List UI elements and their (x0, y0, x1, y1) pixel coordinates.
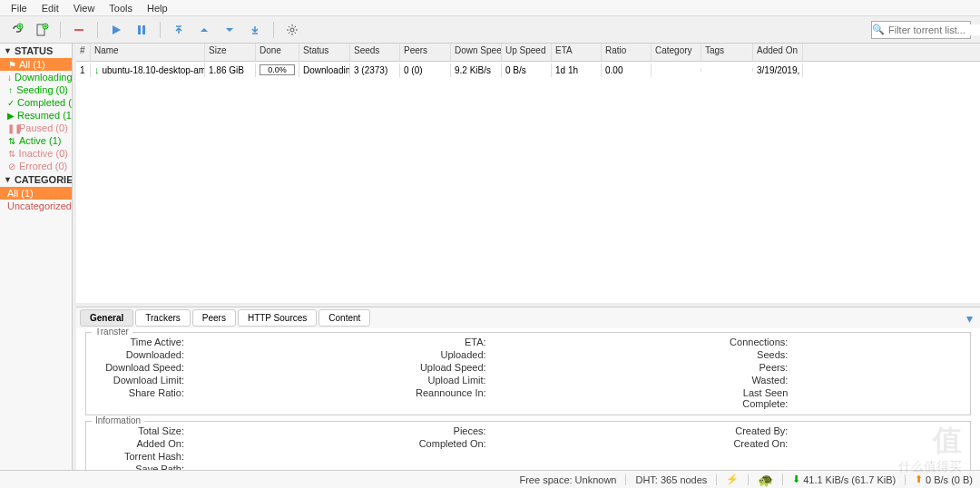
add-link-icon[interactable] (5, 19, 27, 41)
toolbar: 🔍 (0, 16, 980, 44)
status-label: Completed (0) (17, 97, 73, 108)
lbl-completed-on: Completed On: (396, 438, 486, 449)
delete-icon[interactable] (68, 19, 90, 41)
col-eta: ETA (552, 44, 602, 61)
category-label: Uncategorized (1) (7, 200, 73, 211)
col-ratio: Ratio (602, 44, 652, 61)
tab-http-sources[interactable]: HTTP Sources (238, 309, 317, 327)
lbl-added-on: Added On: (93, 438, 184, 449)
move-up-icon[interactable] (193, 19, 215, 41)
transfer-fieldset: Transfer Time Active: ETA: Connections: … (85, 332, 971, 415)
alt-speed-icon[interactable]: 🐢 (758, 473, 773, 487)
status-down-speed[interactable]: 41.1 KiB/s (61.7 KiB) (803, 474, 896, 485)
sidebar-status-4[interactable]: ▶Resumed (1) (0, 109, 72, 122)
sidebar-status-5[interactable]: ❚❚Paused (0) (0, 122, 72, 134)
lbl-dl-speed: Download Speed: (93, 362, 184, 373)
lbl-total-size: Total Size: (93, 425, 184, 436)
resume-icon[interactable] (105, 19, 127, 41)
col-peers: Peers (400, 44, 451, 61)
sidebar-category-1[interactable]: Uncategorized (1) (0, 200, 72, 212)
settings-icon[interactable] (281, 19, 303, 41)
col-size: Size (205, 44, 256, 61)
lbl-downloaded: Downloaded: (93, 349, 184, 360)
statusbar: Free space: Unknown DHT: 365 nodes ⚡ 🐢 ⬇… (0, 470, 980, 488)
status-up-speed[interactable]: 0 B/s (0 B) (926, 474, 973, 485)
tab-content[interactable]: Content (318, 309, 370, 327)
lbl-connections: Connections: (697, 337, 788, 347)
sidebar-status-1[interactable]: ↓Downloading (1) (0, 71, 72, 83)
lbl-seeds: Seeds: (697, 349, 788, 360)
torrent-grid-header[interactable]: # Name Size Done Status Seeds Peers Down… (76, 44, 980, 62)
menubar: File Edit View Tools Help (0, 0, 980, 16)
sidebar-status-7[interactable]: ⇅Inactive (0) (0, 147, 72, 160)
sidebar-status-0[interactable]: ⚑All (1) (0, 58, 72, 71)
lbl-ul-limit: Upload Limit: (396, 375, 486, 386)
menu-tools[interactable]: Tools (102, 3, 140, 14)
menu-edit[interactable]: Edit (34, 3, 66, 14)
col-tags: Tags (701, 44, 753, 61)
torrent-grid-body[interactable]: 1↓ubuntu-18.10-desktop-amd64.iso1.86 GiB… (76, 62, 980, 303)
status-icon: ⚑ (7, 60, 16, 70)
details-panel: General Trackers Peers HTTP Sources Cont… (76, 307, 980, 470)
tab-general[interactable]: General (80, 309, 133, 327)
status-icon: ↑ (7, 85, 14, 95)
sidebar-status-2[interactable]: ↑Seeding (0) (0, 83, 72, 96)
col-added: Added On (753, 44, 803, 61)
status-dht: DHT: 365 nodes (635, 474, 707, 485)
move-bottom-icon[interactable] (244, 19, 266, 41)
search-box[interactable]: 🔍 (871, 21, 971, 39)
status-icon: ⇅ (7, 149, 16, 159)
status-header[interactable]: ▼STATUS (0, 44, 72, 58)
status-label: Active (1) (19, 135, 61, 146)
move-top-icon[interactable] (168, 19, 190, 41)
status-icon: ⇅ (7, 136, 16, 146)
svg-rect-3 (74, 29, 83, 31)
col-num: # (76, 44, 91, 61)
torrent-row[interactable]: 1↓ubuntu-18.10-desktop-amd64.iso1.86 GiB… (76, 62, 980, 78)
lbl-created-by: Created By: (697, 425, 788, 436)
menu-help[interactable]: Help (140, 3, 175, 14)
menu-view[interactable]: View (66, 3, 103, 14)
move-down-icon[interactable] (219, 19, 240, 41)
lbl-torrent-hash: Torrent Hash: (93, 451, 184, 462)
pause-icon[interactable] (131, 19, 152, 41)
status-label: Inactive (0) (19, 148, 68, 159)
sidebar: ▼STATUS ⚑All (1)↓Downloading (1)↑Seeding… (0, 44, 73, 470)
lbl-share-ratio: Share Ratio: (93, 387, 184, 409)
svg-point-6 (290, 28, 294, 32)
lbl-ul-speed: Upload Speed: (396, 362, 486, 373)
status-icon: ✓ (7, 98, 15, 108)
tab-peers[interactable]: Peers (192, 309, 236, 327)
sidebar-status-3[interactable]: ✓Completed (0) (0, 96, 72, 109)
lbl-peers: Peers: (697, 362, 788, 373)
col-seeds: Seeds (350, 44, 400, 61)
connection-status-icon[interactable]: ⚡ (726, 473, 739, 485)
lbl-pieces: Pieces: (396, 425, 486, 436)
status-label: Paused (0) (19, 122, 68, 133)
col-name: Name (91, 44, 205, 61)
add-file-icon[interactable] (31, 19, 53, 41)
information-fieldset: Information Total Size: Pieces: Created … (85, 421, 971, 470)
categories-header[interactable]: ▼CATEGORIES (0, 172, 72, 187)
downloading-icon: ↓ (94, 64, 100, 75)
lbl-created-on: Created On: (697, 438, 788, 449)
menu-file[interactable]: File (4, 3, 34, 14)
status-icon: ⊘ (7, 161, 16, 171)
col-category: Category (652, 44, 701, 61)
lbl-uploaded: Uploaded: (396, 349, 486, 360)
detail-tabs: General Trackers Peers HTTP Sources Cont… (76, 307, 980, 328)
sidebar-category-0[interactable]: All (1) (0, 187, 72, 200)
sidebar-status-8[interactable]: ⊘Errored (0) (0, 160, 72, 172)
col-up: Up Speed (502, 44, 552, 61)
lbl-eta: ETA: (396, 337, 486, 347)
status-icon: ❚❚ (7, 123, 16, 133)
tab-trackers[interactable]: Trackers (135, 309, 191, 327)
search-input[interactable] (885, 24, 980, 35)
col-down: Down Speed (451, 44, 502, 61)
sidebar-status-6[interactable]: ⇅Active (1) (0, 134, 72, 147)
search-icon: 🔍 (872, 24, 885, 35)
lbl-last-seen: Last Seen Complete: (697, 387, 788, 409)
collapse-details-icon[interactable]: ▾ (966, 311, 973, 326)
lbl-dl-limit: Download Limit: (93, 375, 184, 386)
col-status: Status (299, 44, 350, 61)
